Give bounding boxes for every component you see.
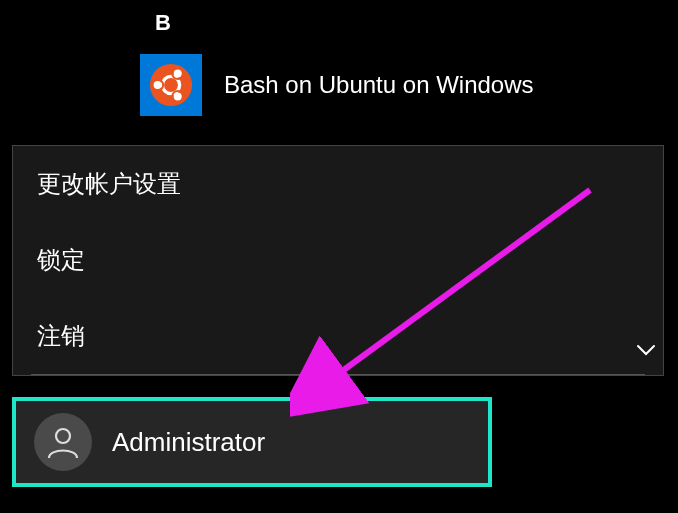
svg-point-6 — [174, 92, 182, 100]
app-item-label: Bash on Ubuntu on Windows — [224, 71, 534, 99]
app-list: B Bash on Ubuntu on Windows — [140, 10, 534, 116]
user-avatar-icon — [34, 413, 92, 471]
letter-header-b[interactable]: B — [140, 10, 534, 36]
menu-item-change-account-settings[interactable]: 更改帐户设置 — [13, 146, 663, 222]
menu-item-lock[interactable]: 锁定 — [13, 222, 663, 298]
svg-point-4 — [174, 69, 182, 77]
app-item-bash-ubuntu[interactable]: Bash on Ubuntu on Windows — [140, 54, 534, 116]
user-context-menu: 更改帐户设置 锁定 注销 — [12, 145, 664, 376]
user-account-button[interactable]: Administrator — [12, 397, 492, 487]
chevron-down-icon[interactable] — [636, 340, 656, 361]
svg-point-8 — [56, 429, 70, 443]
menu-separator — [31, 374, 645, 375]
user-name-label: Administrator — [112, 427, 265, 458]
menu-item-sign-out[interactable]: 注销 — [13, 298, 663, 374]
svg-point-2 — [154, 81, 162, 89]
ubuntu-icon — [140, 54, 202, 116]
